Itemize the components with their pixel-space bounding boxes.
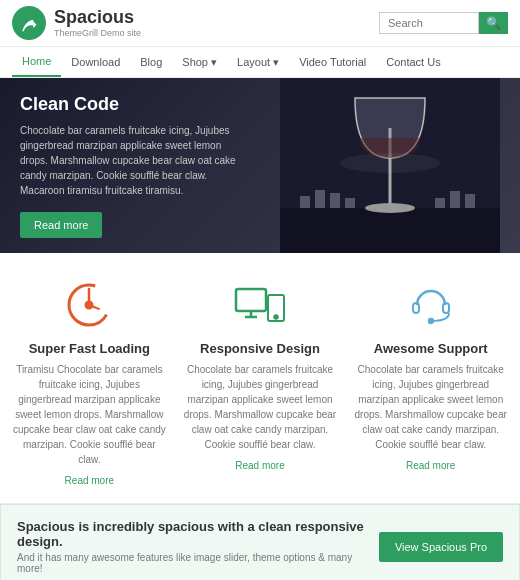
speed-icon-container — [12, 277, 167, 333]
hero-content: Clean Code Chocolate bar caramels fruitc… — [0, 78, 260, 253]
search-input[interactable] — [379, 12, 479, 34]
promo-banner: Spacious is incredibly spacious with a c… — [0, 504, 520, 580]
hero-section: Clean Code Chocolate bar caramels fruitc… — [0, 78, 520, 253]
responsive-icon-container — [183, 277, 338, 333]
svg-rect-5 — [315, 190, 325, 208]
svg-rect-16 — [236, 289, 266, 311]
responsive-readmore[interactable]: Read more — [235, 460, 284, 471]
features-section: Super Fast Loading Tiramisu Chocolate ba… — [0, 253, 520, 503]
support-text: Chocolate bar caramels fruitcake icing, … — [353, 362, 508, 452]
responsive-text: Chocolate bar caramels fruitcake icing, … — [183, 362, 338, 452]
site-subtitle: ThemeGrill Demo site — [54, 28, 141, 38]
nav-contact[interactable]: Contact Us — [376, 48, 450, 76]
site-title: Spacious — [54, 8, 141, 28]
nav-blog[interactable]: Blog — [130, 48, 172, 76]
hero-illustration — [280, 78, 500, 253]
svg-rect-1 — [280, 208, 500, 253]
hero-readmore-button[interactable]: Read more — [20, 212, 102, 238]
leaf-icon — [19, 13, 39, 33]
svg-point-24 — [429, 319, 433, 323]
svg-rect-4 — [300, 196, 310, 208]
svg-point-11 — [340, 153, 440, 173]
speed-readmore[interactable]: Read more — [65, 475, 114, 486]
nav-home[interactable]: Home — [12, 47, 61, 77]
header: Spacious ThemeGrill Demo site 🔍 — [0, 0, 520, 47]
logo-icon — [12, 6, 46, 40]
svg-point-3 — [365, 203, 415, 213]
hero-title: Clean Code — [20, 94, 240, 115]
nav-video[interactable]: Video Tutorial — [289, 48, 376, 76]
hero-visual — [280, 78, 500, 253]
nav-layout[interactable]: Layout ▾ — [227, 48, 289, 77]
svg-rect-7 — [345, 198, 355, 208]
hero-text: Chocolate bar caramels fruitcake icing, … — [20, 123, 240, 198]
promo-main-text: Spacious is incredibly spacious with a c… — [17, 519, 367, 549]
svg-point-21 — [275, 316, 278, 319]
search-button[interactable]: 🔍 — [479, 12, 508, 34]
main-nav: Home Download Blog Shop ▾ Layout ▾ Video… — [0, 47, 520, 78]
svg-rect-10 — [465, 194, 475, 208]
logo-text: Spacious ThemeGrill Demo site — [54, 8, 141, 38]
speed-title: Super Fast Loading — [12, 341, 167, 356]
nav-download[interactable]: Download — [61, 48, 130, 76]
logo-area: Spacious ThemeGrill Demo site — [12, 6, 141, 40]
responsive-icon — [232, 279, 288, 331]
feature-speed: Super Fast Loading Tiramisu Chocolate ba… — [12, 277, 167, 487]
support-title: Awesome Support — [353, 341, 508, 356]
speed-icon — [63, 279, 115, 331]
speed-text: Tiramisu Chocolate bar caramels fruitcak… — [12, 362, 167, 467]
support-icon-container — [353, 277, 508, 333]
svg-rect-9 — [450, 191, 460, 208]
svg-rect-6 — [330, 193, 340, 208]
feature-responsive: Responsive Design Chocolate bar caramels… — [183, 277, 338, 487]
svg-point-15 — [86, 302, 92, 308]
feature-support: Awesome Support Chocolate bar caramels f… — [353, 277, 508, 487]
nav-shop[interactable]: Shop ▾ — [172, 48, 227, 77]
responsive-title: Responsive Design — [183, 341, 338, 356]
promo-sub-text: And it has many awesome features like im… — [17, 552, 367, 574]
support-readmore[interactable]: Read more — [406, 460, 455, 471]
promo-button[interactable]: View Spacious Pro — [379, 532, 503, 562]
search-area: 🔍 — [379, 12, 508, 34]
promo-text-area: Spacious is incredibly spacious with a c… — [17, 519, 367, 574]
svg-rect-8 — [435, 198, 445, 208]
support-icon — [403, 279, 459, 331]
